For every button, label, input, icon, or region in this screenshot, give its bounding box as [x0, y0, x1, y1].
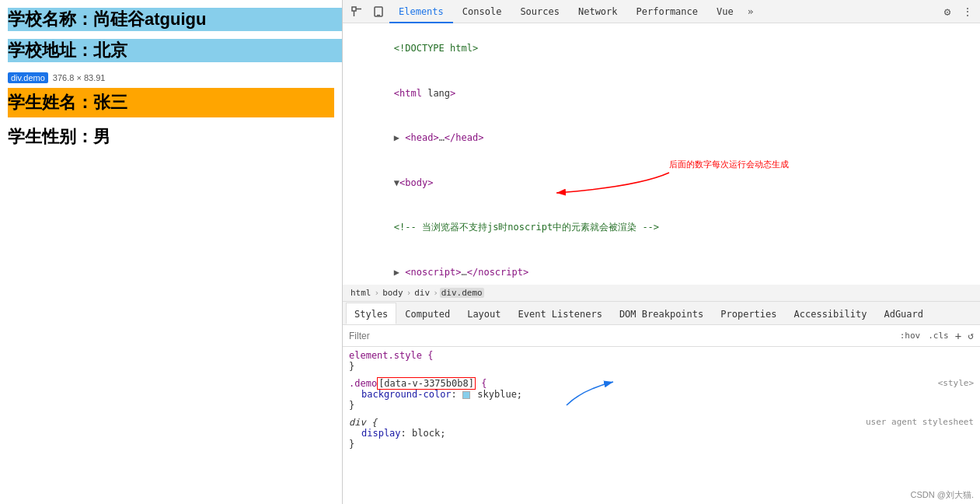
css-selector-demo: .demo[data-v-3375b0b8] { <style>	[349, 378, 974, 389]
style-tabs: Styles Computed Layout Event Listeners D…	[343, 302, 980, 325]
css-rule-demo: .demo[data-v-3375b0b8] { <style> backgro…	[349, 378, 974, 411]
svg-rect-0	[352, 7, 356, 11]
div-demo-badge: div.demo 376.8 × 83.91	[8, 72, 105, 83]
style-tab-computed[interactable]: Computed	[396, 303, 459, 324]
filter-bar: :hov .cls + ↺	[343, 325, 980, 347]
html-tree[interactable]: <!DOCTYPE html> <html lang> ▶ <head>…</h…	[343, 23, 980, 285]
html-line-comment1: <!-- 当浏览器不支持js时noscript中的元素就会被渲染 -->	[349, 205, 974, 250]
div-demo-tag: div.demo	[8, 72, 48, 83]
breadcrumb-div-demo[interactable]: div.demo	[440, 288, 484, 298]
css-rules-area: element.style { } .demo[data-v-3375b0b8]…	[343, 347, 980, 504]
left-panel: 学校名称：尚硅谷atguigu 学校地址：北京 div.demo 376.8 ×…	[0, 0, 342, 504]
filter-input[interactable]	[349, 331, 897, 341]
html-area-wrapper: <!DOCTYPE html> <html lang> ▶ <head>…</h…	[343, 23, 980, 285]
device-icon[interactable]	[368, 1, 389, 23]
html-line-noscript: ▶ <noscript>…</noscript>	[349, 250, 974, 285]
css-selector-element-style: element.style {	[349, 350, 974, 361]
style-tab-event-listeners[interactable]: Event Listeners	[510, 303, 611, 324]
breadcrumb-div[interactable]: div	[413, 288, 431, 298]
styles-panel: Styles Computed Layout Event Listeners D…	[343, 302, 980, 504]
filter-refresh-btn[interactable]: ↺	[968, 330, 974, 341]
html-line-body: ▼<body>	[349, 161, 974, 206]
settings-button[interactable]: ⚙	[936, 1, 958, 23]
html-line-doctype: <!DOCTYPE html>	[349, 26, 974, 72]
filter-actions: :hov .cls + ↺	[900, 330, 974, 342]
filter-hov-btn[interactable]: :hov	[900, 331, 921, 341]
css-prop-display: display: block;	[349, 428, 974, 439]
style-tab-accessibility[interactable]: Accessibility	[786, 303, 876, 324]
school-addr: 学校地址：北京	[8, 39, 342, 62]
tab-elements[interactable]: Elements	[389, 0, 453, 23]
breadcrumb: html › body › div › div.demo	[343, 285, 980, 302]
style-tab-dom-breakpoints[interactable]: DOM Breakpoints	[611, 303, 712, 324]
css-prop-bg: background-color: skyblue;	[349, 389, 974, 400]
color-swatch-skyblue[interactable]	[462, 391, 470, 399]
div-demo-size: 376.8 × 83.91	[53, 73, 106, 82]
tab-console[interactable]: Console	[453, 0, 511, 23]
css-rule-close-2: }	[349, 400, 974, 411]
css-rule-close-1: }	[349, 361, 974, 372]
css-selector-div: div { user agent stylesheet	[349, 417, 974, 428]
inspect-icon[interactable]	[346, 1, 368, 23]
tab-sources[interactable]: Sources	[511, 0, 569, 23]
style-tab-adguard[interactable]: AdGuard	[875, 303, 932, 324]
breadcrumb-html[interactable]: html	[349, 288, 373, 298]
tab-network[interactable]: Network	[569, 0, 627, 23]
css-rule-div: div { user agent stylesheet display: blo…	[349, 417, 974, 450]
filter-plus-btn[interactable]: +	[955, 330, 961, 342]
css-source-ua: user agent stylesheet	[866, 417, 974, 427]
school-name: 学校名称：尚硅谷atguigu	[8, 8, 342, 31]
more-menu-button[interactable]: ⋮	[958, 1, 977, 23]
style-tab-layout[interactable]: Layout	[459, 303, 509, 324]
tab-vue[interactable]: Vue	[707, 0, 743, 23]
style-tab-styles[interactable]: Styles	[346, 303, 396, 324]
css-source-style: <style>	[938, 378, 974, 388]
student-name: 学生姓名：张三	[8, 88, 334, 117]
html-line-html: <html lang>	[349, 72, 974, 117]
css-rule-close-3: }	[349, 439, 974, 450]
html-line-head: ▶ <head>…</head>	[349, 116, 974, 161]
more-tabs-button[interactable]: »	[743, 5, 759, 17]
tab-performance[interactable]: Performance	[627, 0, 707, 23]
devtools-panel: Elements Console Sources Network Perform…	[342, 0, 980, 504]
css-rule-element-style: element.style { }	[349, 350, 974, 372]
breadcrumb-body[interactable]: body	[381, 288, 405, 298]
student-gender: 学生性别：男	[8, 125, 342, 149]
filter-cls-btn[interactable]: .cls	[928, 331, 949, 341]
devtools-toolbar: Elements Console Sources Network Perform…	[343, 0, 980, 23]
watermark: CSDN @刘大猫.	[911, 489, 974, 501]
style-tab-properties[interactable]: Properties	[712, 303, 785, 324]
